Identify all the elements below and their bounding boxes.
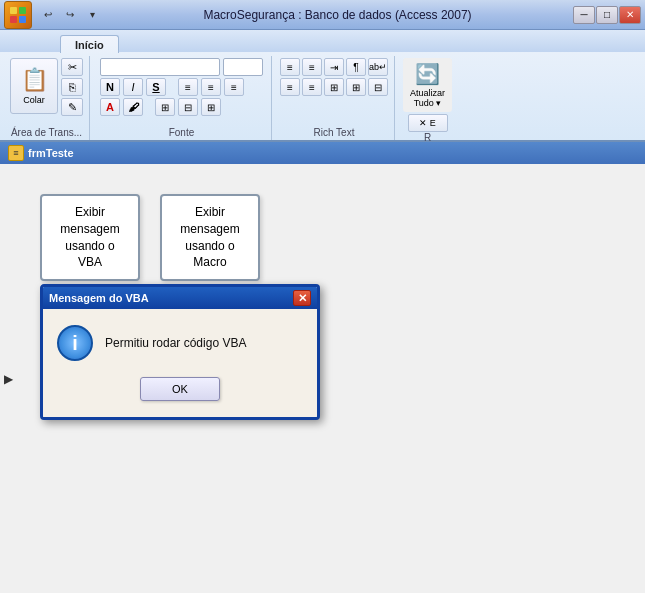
ribbon-group-richtext: ≡ ≡ ⇥ ¶ ab↵ ≡ ≡ ⊞ ⊞ ⊟ Rich Text xyxy=(274,56,395,140)
update-group-content: 🔄 AtualizarTudo ▾ ✕ E xyxy=(403,58,452,132)
undo-button[interactable]: ↩ xyxy=(38,6,58,24)
format-painter-button[interactable]: ✎ xyxy=(61,98,83,116)
app-window: ↩ ↪ ▾ MacroSegurança : Banco de dados (A… xyxy=(0,0,645,593)
paste-label: Colar xyxy=(23,95,45,105)
quick-access-toolbar: ↩ ↪ ▾ xyxy=(38,6,102,24)
paste-button[interactable]: 📋 Colar xyxy=(10,58,58,114)
close-button[interactable]: ✕ xyxy=(619,6,641,24)
tab-inicio[interactable]: Início xyxy=(60,35,119,53)
clipboard-group-content: 📋 Colar ✂ ⎘ ✎ xyxy=(10,58,83,127)
x-e-button[interactable]: ✕ E xyxy=(408,114,448,132)
form-tab-label: frmTeste xyxy=(28,147,74,159)
vba-btn-text: Exibir mensagem usando o VBA xyxy=(60,205,119,269)
form-icon-symbol: ≡ xyxy=(13,148,18,158)
richtext-row-2: ≡ ≡ ⊞ ⊞ ⊟ xyxy=(280,78,388,96)
rt-table3-button[interactable]: ⊟ xyxy=(368,78,388,96)
clipboard-group-label: Área de Trans... xyxy=(11,127,82,140)
font-size-dropdown[interactable] xyxy=(223,58,263,76)
rt-align1-button[interactable]: ≡ xyxy=(280,58,300,76)
copy-button[interactable]: ⎘ xyxy=(61,78,83,96)
cut-button[interactable]: ✂ xyxy=(61,58,83,76)
font-group-label: Fonte xyxy=(169,127,195,140)
font-family-dropdown[interactable] xyxy=(100,58,220,76)
msgbox-message-text: Permitiu rodar código VBA xyxy=(105,336,246,350)
title-bar: ↩ ↪ ▾ MacroSegurança : Banco de dados (A… xyxy=(0,0,645,30)
font-row-3: A 🖌 ⊞ ⊟ ⊞ xyxy=(100,98,221,116)
font-row-1 xyxy=(100,58,263,76)
richtext-group-label: Rich Text xyxy=(314,127,355,140)
minimize-button[interactable]: ─ xyxy=(573,6,595,24)
ribbon-group-font: N I S ≡ ≡ ≡ A 🖌 ⊞ ⊟ ⊞ xyxy=(92,56,272,140)
svg-rect-1 xyxy=(19,7,26,14)
grid-button[interactable]: ⊞ xyxy=(201,98,221,116)
msgbox-ok-button[interactable]: OK xyxy=(140,377,220,401)
ribbon: 📋 Colar ✂ ⎘ ✎ Área de Trans... N xyxy=(0,52,645,142)
border-button[interactable]: ⊟ xyxy=(178,98,198,116)
msgbox-container: Mensagem do VBA ✕ i Permitiu rodar códig… xyxy=(40,284,320,420)
rt-para-button[interactable]: ¶ xyxy=(346,58,366,76)
font-row-2: N I S ≡ ≡ ≡ xyxy=(100,78,244,96)
macro-message-button[interactable]: Exibir mensagem usando o Macro xyxy=(160,194,260,281)
msgbox-close-button[interactable]: ✕ xyxy=(293,290,311,306)
rt-table1-button[interactable]: ⊞ xyxy=(324,78,344,96)
richtext-row-1: ≡ ≡ ⇥ ¶ ab↵ xyxy=(280,58,388,76)
ribbon-tabs: Início xyxy=(0,30,645,52)
font-group-content: N I S ≡ ≡ ≡ A 🖌 ⊞ ⊟ ⊞ xyxy=(100,58,263,127)
form-area: ▶ Exibir mensagem usando o VBA Exibir me… xyxy=(0,164,645,593)
rt-table2-button[interactable]: ⊞ xyxy=(346,78,366,96)
underline-button[interactable]: S xyxy=(146,78,166,96)
rt-indent-button[interactable]: ⇥ xyxy=(324,58,344,76)
bold-button[interactable]: N xyxy=(100,78,120,96)
atualizar-tudo-button[interactable]: 🔄 AtualizarTudo ▾ xyxy=(403,58,452,112)
align-center-button[interactable]: ≡ xyxy=(201,78,221,96)
ribbon-group-clipboard: 📋 Colar ✂ ⎘ ✎ Área de Trans... xyxy=(4,56,90,140)
align-right-button[interactable]: ≡ xyxy=(224,78,244,96)
rt-list1-button[interactable]: ≡ xyxy=(280,78,300,96)
svg-rect-3 xyxy=(19,16,26,23)
atualizar-label: AtualizarTudo ▾ xyxy=(410,88,445,108)
svg-rect-2 xyxy=(10,16,17,23)
nav-arrow[interactable]: ▶ xyxy=(4,372,13,386)
window-controls: ─ □ ✕ xyxy=(573,6,641,24)
redo-button[interactable]: ↪ xyxy=(60,6,80,24)
clipboard-mini-buttons: ✂ ⎘ ✎ xyxy=(61,58,83,116)
rt-list2-button[interactable]: ≡ xyxy=(302,78,322,96)
form-buttons-row: Exibir mensagem usando o VBA Exibir mens… xyxy=(40,194,625,281)
form-tab-bar: ≡ frmTeste xyxy=(0,142,645,164)
msgbox-body: i Permitiu rodar código VBA OK xyxy=(43,309,317,417)
align-left-button[interactable]: ≡ xyxy=(178,78,198,96)
msgbox-title: Mensagem do VBA xyxy=(49,292,149,304)
refresh-icon: 🔄 xyxy=(415,62,440,86)
richtext-group-content: ≡ ≡ ⇥ ¶ ab↵ ≡ ≡ ⊞ ⊞ ⊟ xyxy=(280,58,388,127)
info-icon: i xyxy=(57,325,93,361)
window-title: MacroSegurança : Banco de dados (Access … xyxy=(108,8,567,22)
italic-button[interactable]: I xyxy=(123,78,143,96)
msgbox-titlebar: Mensagem do VBA ✕ xyxy=(43,287,317,309)
rt-align2-button[interactable]: ≡ xyxy=(302,58,322,76)
form-tab-icon: ≡ xyxy=(8,145,24,161)
msgbox-buttons: OK xyxy=(57,377,303,401)
msgbox-content: i Permitiu rodar código VBA xyxy=(57,325,303,361)
table-button[interactable]: ⊞ xyxy=(155,98,175,116)
macro-btn-text: Exibir mensagem usando o Macro xyxy=(180,205,239,269)
svg-rect-0 xyxy=(10,7,17,14)
font-color-button[interactable]: A xyxy=(100,98,120,116)
rt-ab-button[interactable]: ab↵ xyxy=(368,58,388,76)
message-box: Mensagem do VBA ✕ i Permitiu rodar códig… xyxy=(40,284,320,420)
ribbon-group-update: 🔄 AtualizarTudo ▾ ✕ E R xyxy=(397,56,458,140)
paste-icon: 📋 xyxy=(21,67,48,93)
maximize-button[interactable]: □ xyxy=(596,6,618,24)
vba-message-button[interactable]: Exibir mensagem usando o VBA xyxy=(40,194,140,281)
office-button[interactable] xyxy=(4,1,32,29)
highlight-button[interactable]: 🖌 xyxy=(123,98,143,116)
font-color-icon: A xyxy=(106,101,114,113)
qa-dropdown-button[interactable]: ▾ xyxy=(82,6,102,24)
